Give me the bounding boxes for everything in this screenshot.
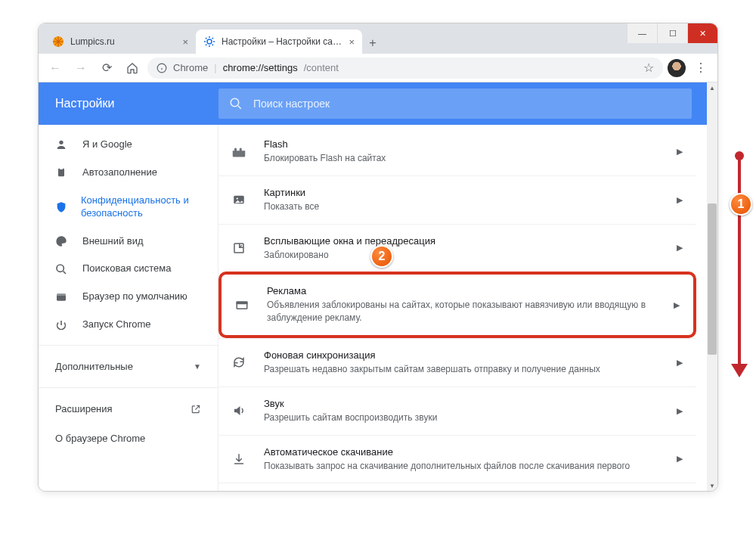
scroll-down-icon[interactable]: ▼ (707, 480, 717, 491)
tab-label: Настройки – Настройки сайта (222, 36, 342, 47)
address-bar[interactable]: Chrome | chrome://settings/content ☆ (147, 57, 663, 79)
sound-icon (232, 404, 247, 417)
setting-row-autodownload[interactable]: Автоматическое скачиваниеПоказывать запр… (218, 435, 696, 483)
sidebar-advanced-label: Дополнительные (55, 361, 133, 372)
settings-sidebar: Я и Google Автозаполнение Конфиденциальн… (39, 125, 218, 491)
window-controls: — ☐ ✕ (627, 23, 717, 43)
row-desc: Показывать запрос на скачивание дополнит… (264, 460, 660, 473)
svg-rect-5 (58, 169, 64, 177)
sidebar-item-autofill[interactable]: Автозаполнение (39, 159, 218, 187)
setting-row-flash[interactable]: FlashБлокировать Flash на сайтах ▶ (218, 128, 696, 175)
maximize-button[interactable]: ☐ (657, 23, 687, 43)
svg-point-7 (57, 265, 64, 272)
site-info-icon[interactable] (156, 63, 167, 73)
row-title: Реклама (267, 285, 657, 296)
row-title: Автоматическое скачивание (264, 446, 660, 458)
chevron-right-icon: ▶ (677, 147, 683, 157)
sidebar-item-appearance[interactable]: Внешний вид (39, 228, 218, 256)
scroll-thumb[interactable] (708, 203, 717, 355)
scroll-up-icon[interactable]: ▲ (707, 82, 717, 93)
menu-button[interactable]: ⋮ (690, 57, 711, 79)
download-icon (232, 452, 247, 466)
sidebar-item-label: Конфиденциальность и безопасность (81, 194, 201, 220)
svg-rect-9 (57, 293, 66, 296)
content-settings-list: FlashБлокировать Flash на сайтах ▶ Карти… (218, 125, 707, 491)
chevron-right-icon: ▶ (674, 300, 680, 310)
omnibox-secure: Chrome (173, 62, 208, 73)
sidebar-item-label: Запуск Chrome (82, 318, 151, 331)
row-desc: Объявления заблокированы на сайтах, кото… (267, 299, 657, 324)
external-link-icon (191, 404, 201, 414)
toolbar: ← → ⟳ Chrome | chrome://settings/content… (39, 54, 717, 82)
search-icon (55, 263, 69, 275)
svg-point-11 (237, 198, 238, 200)
lumpics-favicon (52, 36, 64, 48)
sidebar-item-label: Браузер по умолчанию (82, 290, 187, 303)
row-title: Всплывающие окна и переадресация (264, 235, 660, 247)
sidebar-item-label: Автозаполнение (82, 166, 157, 179)
row-title: Картинки (264, 187, 660, 198)
sidebar-advanced-toggle[interactable]: Дополнительные ▼ (39, 352, 218, 381)
setting-row-ads[interactable]: РекламаОбъявления заблокированы на сайта… (218, 272, 696, 338)
tab-lumpics[interactable]: Lumpics.ru × (45, 29, 196, 54)
palette-icon (55, 235, 69, 247)
minimize-button[interactable]: — (627, 23, 657, 43)
sidebar-item-label: Я и Google (82, 138, 132, 151)
home-button[interactable] (122, 57, 143, 79)
sidebar-item-you-and-google[interactable]: Я и Google (39, 131, 218, 159)
setting-row-sound[interactable]: ЗвукРазрешить сайтам воспроизводить звук… (218, 386, 696, 435)
setting-row-images[interactable]: КартинкиПоказать все ▶ (218, 175, 696, 224)
new-tab-button[interactable]: + (362, 33, 383, 54)
sidebar-about-label: О браузере Chrome (55, 433, 145, 444)
sidebar-item-default-browser[interactable]: Браузер по умолчанию (39, 283, 218, 311)
row-desc: Показать все (264, 200, 660, 213)
back-button[interactable]: ← (45, 57, 66, 79)
settings-favicon (203, 36, 215, 48)
row-desc: Блокировать Flash на сайтах (264, 152, 660, 165)
close-window-button[interactable]: ✕ (687, 23, 717, 43)
puzzle-icon (232, 144, 247, 158)
setting-row-plugin-access[interactable]: Доступ к плагинам вне тестовой средыПред… (218, 483, 696, 491)
tab-strip: Lumpics.ru × Настройки – Настройки сайта… (39, 23, 717, 54)
close-tab-icon[interactable]: × (349, 36, 355, 48)
settings-title: Настройки (39, 97, 218, 110)
chevron-right-icon: ▶ (677, 243, 683, 253)
bookmark-star-icon[interactable]: ☆ (643, 61, 654, 75)
power-icon (55, 319, 69, 331)
svg-point-1 (207, 39, 212, 44)
row-desc: Разрешать недавно закрытым сайтам заверш… (264, 363, 660, 376)
tab-settings[interactable]: Настройки – Настройки сайта × (196, 29, 362, 54)
chevron-right-icon: ▶ (677, 195, 683, 205)
scrollbar[interactable]: ▲ ▼ (707, 82, 717, 491)
sidebar-item-label: Поисковая система (82, 262, 172, 275)
profile-avatar[interactable] (668, 59, 686, 77)
image-icon (232, 193, 247, 206)
sidebar-item-privacy[interactable]: Конфиденциальность и безопасность (39, 187, 218, 228)
reload-button[interactable]: ⟳ (96, 57, 117, 79)
clipboard-icon (55, 166, 69, 178)
forward-button[interactable]: → (70, 57, 91, 79)
sidebar-item-search-engine[interactable]: Поисковая система (39, 255, 218, 283)
row-title: Flash (264, 138, 660, 150)
settings-search[interactable]: Поиск настроек (218, 88, 692, 119)
sidebar-extensions[interactable]: Расширения (39, 394, 218, 424)
svg-rect-6 (60, 168, 63, 170)
sidebar-item-on-startup[interactable]: Запуск Chrome (39, 311, 218, 339)
chevron-right-icon: ▶ (677, 454, 683, 464)
shield-icon (55, 201, 67, 213)
setting-row-sync[interactable]: Фоновая синхронизацияРазрешать недавно з… (218, 338, 696, 386)
browser-icon (55, 291, 69, 303)
chevron-right-icon: ▶ (677, 406, 683, 416)
tab-label: Lumpics.ru (70, 36, 176, 47)
settings-page: Настройки Поиск настроек Я и Google Авто… (39, 82, 707, 491)
svg-rect-14 (237, 302, 247, 303)
setting-row-popups[interactable]: Всплывающие окна и переадресацияЗаблокир… (218, 224, 696, 272)
person-icon (55, 138, 69, 151)
svg-point-4 (59, 141, 63, 144)
row-title: Фоновая синхронизация (264, 349, 660, 361)
sidebar-about[interactable]: О браузере Chrome (39, 424, 218, 453)
sidebar-item-label: Внешний вид (82, 235, 144, 248)
close-tab-icon[interactable]: × (182, 36, 188, 48)
svg-point-3 (231, 98, 239, 107)
sync-icon (232, 355, 247, 369)
